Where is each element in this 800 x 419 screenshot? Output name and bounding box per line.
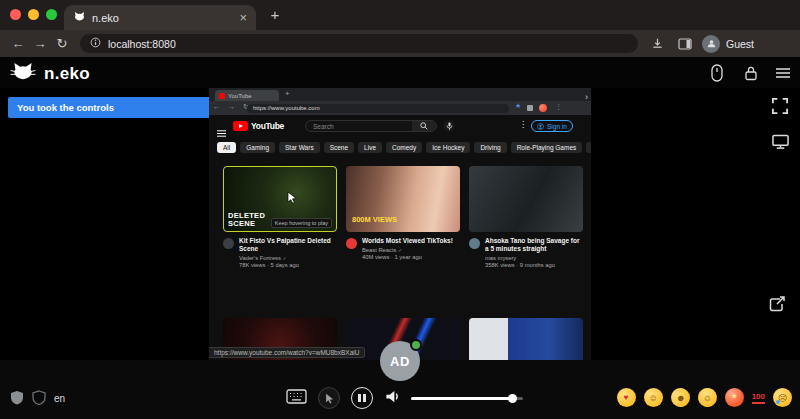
video-title[interactable]: Kit Fisto Vs Palpatine Deleted Scene <box>239 237 337 253</box>
chip-driving[interactable]: Driving <box>474 142 506 153</box>
youtube-menu-icon[interactable]: ⋮ <box>519 120 527 129</box>
status-url: https://www.youtube.com/watch?v=wMU8bxBX… <box>209 347 365 358</box>
protection-icon[interactable] <box>32 390 46 407</box>
emoji-smiling-face[interactable]: ☺ <box>644 388 663 407</box>
shield-icon[interactable] <box>10 390 24 407</box>
channel-avatar[interactable] <box>346 238 357 249</box>
channel-name[interactable]: Vader's Fortress ✓ <box>239 255 337 261</box>
emoji-party-popper[interactable]: * <box>725 388 744 407</box>
remote-tab-strip: YouTube + <box>209 88 591 101</box>
emoji-hundred-points[interactable]: 100 <box>752 392 765 404</box>
side-panel-icon[interactable] <box>676 35 694 52</box>
mouse-control-icon[interactable] <box>706 63 728 83</box>
video-thumbnail[interactable] <box>469 166 583 232</box>
pointer-toggle[interactable] <box>318 387 340 409</box>
volume-slider-thumb[interactable] <box>508 394 517 403</box>
keyboard-icon[interactable] <box>286 389 307 408</box>
neko-favicon <box>73 11 86 24</box>
member-avatar: AD <box>380 341 420 381</box>
remote-new-tab-button[interactable]: + <box>285 89 290 98</box>
back-button[interactable]: ← <box>8 35 28 52</box>
chip-conv[interactable]: Conv <box>586 142 591 153</box>
volume-icon[interactable] <box>384 389 400 408</box>
reload-button[interactable]: ↻ <box>52 35 72 52</box>
volume-slider[interactable] <box>411 397 523 400</box>
screen-resolution-icon[interactable] <box>770 132 790 152</box>
controls-toast: You took the controls <box>8 97 218 118</box>
remote-menu-icon[interactable]: ⋮ <box>555 103 562 111</box>
search-icon[interactable] <box>412 121 436 131</box>
browser-tab[interactable]: n.eko × <box>64 5 256 30</box>
chip-ice-hockey[interactable]: Ice Hockey <box>426 142 470 153</box>
window-zoom-button[interactable] <box>46 9 57 20</box>
chip-comedy[interactable]: Comedy <box>386 142 422 153</box>
emoji-partying-face[interactable]: ☺ <box>696 386 719 409</box>
forward-button[interactable]: → <box>30 35 50 52</box>
youtube-play-icon <box>233 121 248 131</box>
bookmark-star-icon[interactable]: ★ <box>515 102 521 110</box>
remote-tab[interactable]: YouTube <box>215 90 279 101</box>
video-card[interactable]: Ahsoka Tano being Savage for a 5 minutes… <box>469 166 583 268</box>
window-close-button[interactable] <box>10 9 21 20</box>
window-minimize-button[interactable] <box>28 9 39 20</box>
chip-live[interactable]: Live <box>358 142 382 153</box>
extension-icon[interactable] <box>527 105 533 111</box>
address-bar[interactable]: localhost:8080 <box>80 34 638 53</box>
emoji-bar: ♥ ☺ ☻ ☺ * 100 ☹ <box>617 388 792 407</box>
remote-address-bar[interactable]: https://www.youtube.com <box>247 104 509 113</box>
emoji-sobbing-face[interactable]: ☹ <box>773 388 792 407</box>
chip-all[interactable]: All <box>217 142 236 153</box>
sign-in-label: Sign in <box>547 123 567 130</box>
remote-profile-avatar[interactable] <box>539 104 547 112</box>
tear-dot <box>776 400 780 404</box>
search-placeholder: Search <box>306 123 412 130</box>
tab-close-icon[interactable]: × <box>239 11 247 24</box>
channel-avatar[interactable] <box>469 238 480 249</box>
chip-scene[interactable]: Scene <box>324 142 354 153</box>
address-text: localhost:8080 <box>108 38 176 50</box>
chip-star-wars[interactable]: Star Wars <box>279 142 320 153</box>
remote-nav-buttons[interactable]: ← → ↻ <box>213 103 252 111</box>
new-tab-button[interactable]: + <box>266 6 284 24</box>
video-meta: 78K views · 5 days ago <box>239 262 337 268</box>
video-meta: 358K views · 9 months ago <box>485 262 583 268</box>
thumbnail-overlay-text: 800M VIEWS <box>352 215 397 224</box>
emoji-heart-eyes[interactable]: ♥ <box>617 388 636 407</box>
share-icon[interactable] <box>766 294 788 314</box>
pause-button[interactable] <box>351 387 373 409</box>
download-icon[interactable] <box>648 35 666 52</box>
channel-avatar[interactable] <box>223 238 234 249</box>
verified-icon: ✓ <box>398 247 402 253</box>
remote-screen[interactable]: YouTube + ← → ↻ https://www.youtube.com … <box>209 88 591 360</box>
video-card[interactable]: DELETED SCENE Keep hovering to play Kit … <box>223 166 337 268</box>
video-thumbnail[interactable]: DELETED SCENE Keep hovering to play <box>223 166 337 232</box>
video-card[interactable]: 800M VIEWS Worlds Most Viewed TikToks! B… <box>346 166 460 260</box>
voice-search-icon[interactable] <box>443 120 455 132</box>
video-thumbnail[interactable]: 800M VIEWS <box>346 166 460 232</box>
remote-toolbar: ← → ↻ https://www.youtube.com ★ ⋮ <box>209 101 591 115</box>
guest-avatar-icon <box>702 35 720 53</box>
lock-icon[interactable] <box>740 63 762 83</box>
neko-header: n.eko <box>0 57 800 88</box>
neko-stage: You took the controls YouTube + ← → ↻ ht… <box>0 88 800 360</box>
profile-button[interactable]: Guest <box>702 33 754 54</box>
channel-name[interactable]: mas mysery <box>485 255 583 261</box>
browser-window: n.eko × + ← → ↻ localhost:8080 Guest <box>0 0 800 419</box>
neko-logo-icon <box>10 61 36 86</box>
video-meta: 40M views · 1 year ago <box>362 254 453 260</box>
sign-in-button[interactable]: Sign in <box>531 120 573 132</box>
youtube-search-box[interactable]: Search <box>305 120 437 132</box>
chip-role-playing-games[interactable]: Role-Playing Games <box>511 142 583 153</box>
channel-name[interactable]: Beast Reacts ✓ <box>362 247 453 253</box>
keyboard-layout-label[interactable]: en <box>54 393 65 404</box>
menu-icon[interactable] <box>772 63 794 83</box>
video-title[interactable]: Ahsoka Tano being Savage for a 5 minutes… <box>485 237 583 253</box>
fullscreen-icon[interactable] <box>770 96 790 116</box>
chip-gaming[interactable]: Gaming <box>240 142 275 153</box>
emoji-rofl-face[interactable]: ☻ <box>668 385 692 409</box>
youtube-logo[interactable]: YouTube <box>233 121 284 131</box>
video-thumbnail[interactable] <box>469 318 583 360</box>
video-title[interactable]: Worlds Most Viewed TikToks! <box>362 237 453 245</box>
chips-scroll-icon[interactable]: › <box>585 92 588 102</box>
site-info-icon[interactable] <box>90 37 101 50</box>
